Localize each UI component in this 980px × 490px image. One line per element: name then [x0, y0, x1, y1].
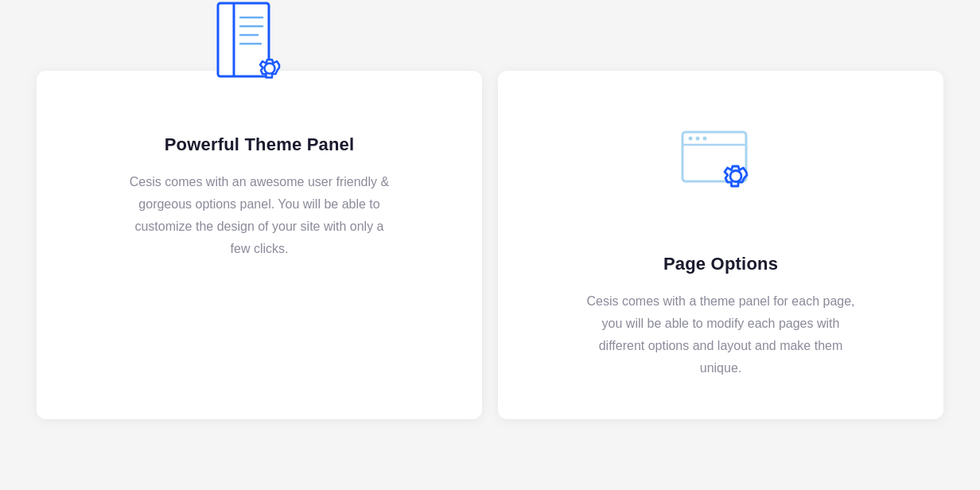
page-options-card: Page Options Cesis comes with a theme pa…: [498, 71, 943, 419]
svg-point-18: [689, 137, 693, 141]
cards-container: Powerful Theme Panel Cesis comes with an…: [13, 55, 967, 435]
svg-point-20: [703, 137, 707, 141]
theme-panel-icon-v2: [200, 0, 319, 111]
svg-point-15: [265, 64, 275, 74]
page-options-description: Cesis comes with a theme panel for each …: [585, 290, 856, 379]
theme-panel-card: Powerful Theme Panel Cesis comes with an…: [37, 71, 482, 419]
theme-panel-description: Cesis comes with an awesome user friendl…: [124, 171, 395, 260]
svg-point-19: [696, 137, 700, 141]
theme-panel-title: Powerful Theme Panel: [165, 134, 355, 155]
svg-point-21: [730, 171, 741, 182]
page-options-title: Page Options: [663, 254, 778, 274]
page-options-icon: [661, 111, 780, 230]
